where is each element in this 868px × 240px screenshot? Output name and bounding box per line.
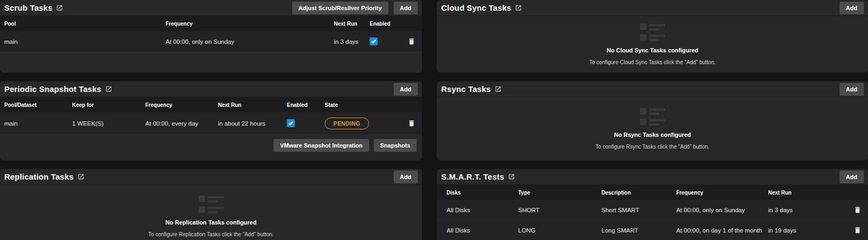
scrub-table-row[interactable]: main At 00:00, only on Sunday in 3 days: [0, 31, 422, 52]
delete-button[interactable]: [853, 204, 863, 215]
rsync-title-link[interactable]: Rsync Tasks: [441, 84, 502, 94]
cell-next-run: in about 22 hours: [218, 120, 287, 127]
periodic-add-button[interactable]: Add: [394, 83, 418, 96]
empty-state-hint: To configure Cloud Sync Tasks click the …: [589, 59, 715, 65]
smart-tests-card: S.M.A.R.T. Tests Add Disks Type Descript…: [437, 169, 868, 240]
cell-frequency: At 00:00, only on Sunday: [166, 38, 334, 45]
column-header-frequency: Frequency: [145, 102, 218, 108]
cell-disks: All Disks: [447, 227, 518, 234]
empty-state-title: No Rsync Tasks configured: [614, 131, 691, 138]
replication-title-link[interactable]: Replication Tasks: [4, 172, 84, 181]
scrub-tasks-header: Scrub Tasks Adjust Scrub/Resilver Priori…: [0, 0, 422, 16]
check-icon: [288, 120, 293, 125]
vmware-snapshot-integration-button[interactable]: VMware Snapshot Integration: [273, 139, 369, 152]
periodic-table-row[interactable]: main 1 WEEK(S) At 00:00, every day in ab…: [0, 112, 422, 135]
cell-frequency: At 00:00, only on Sunday: [676, 207, 768, 213]
trash-icon: [854, 226, 862, 235]
adjust-scrub-priority-button[interactable]: Adjust Scrub/Resilver Priority: [292, 2, 388, 14]
column-header-enabled: Enabled: [287, 102, 325, 108]
state-badge-pending[interactable]: PENDING: [325, 118, 369, 129]
cell-keep-for: 1 WEEK(S): [72, 120, 145, 127]
external-link-icon: [515, 4, 522, 11]
periodic-table-header: Pool/Dataset Keep for Frequency Next Run…: [0, 97, 422, 112]
external-link-icon: [495, 86, 502, 92]
cell-description: Long SMART: [601, 227, 676, 234]
cell-type: SHORT: [518, 207, 601, 213]
smart-table-row[interactable]: All Disks LONG Long SMART At 00:00, on d…: [437, 220, 868, 240]
column-header-pool-dataset: Pool/Dataset: [4, 102, 72, 108]
replication-tasks-card: Replication Tasks Add No Replication Tas…: [0, 169, 422, 240]
column-header-enabled: Enabled: [370, 21, 402, 27]
cloud-sync-add-button[interactable]: Add: [840, 2, 864, 14]
scrub-tasks-actions: Adjust Scrub/Resilver Priority Add: [292, 2, 418, 14]
cloud-sync-tasks-card: Cloud Sync Tasks Add No Cloud Sync Tasks…: [437, 0, 868, 73]
tasks-dashboard: Scrub Tasks Adjust Scrub/Resilver Priori…: [0, 0, 868, 240]
column-header-state: State: [325, 102, 403, 108]
cell-type: LONG: [518, 227, 601, 234]
external-link-icon: [508, 173, 515, 180]
column-header-frequency: Frequency: [676, 190, 768, 196]
trash-icon: [408, 119, 416, 128]
external-link-icon: [105, 86, 112, 92]
periodic-snapshot-header: Periodic Snapshot Tasks Add: [0, 81, 422, 97]
replication-header: Replication Tasks Add: [0, 169, 422, 185]
empty-state-title: No Cloud Sync Tasks configured: [607, 47, 699, 53]
scrub-card-body-filler: [0, 52, 422, 73]
smart-table-row[interactable]: All Disks SHORT Short SMART At 00:00, on…: [437, 200, 868, 220]
external-link-icon: [77, 173, 84, 180]
cloud-sync-title-link[interactable]: Cloud Sync Tasks: [441, 3, 522, 12]
column-header-frequency: Frequency: [166, 21, 334, 27]
cell-frequency: At 00:00, on day 1 of the month: [676, 227, 768, 234]
replication-add-button[interactable]: Add: [394, 171, 418, 183]
snapshots-button[interactable]: Snapshots: [374, 139, 417, 152]
check-icon: [371, 38, 376, 43]
enabled-checkbox[interactable]: [287, 119, 295, 127]
delete-button[interactable]: [853, 224, 863, 236]
cell-description: Short SMART: [601, 207, 676, 213]
column-header-next-run: Next Run: [218, 102, 287, 108]
scrub-tasks-title: Scrub Tasks: [4, 3, 52, 12]
column-header-pool: Pool: [4, 21, 166, 27]
smart-tests-header: S.M.A.R.T. Tests Add: [437, 169, 868, 185]
column-header-next-run: Next Run: [334, 21, 370, 27]
cell-pool-dataset: main: [4, 120, 72, 127]
delete-button[interactable]: [406, 36, 417, 47]
periodic-snapshot-title: Periodic Snapshot Tasks: [4, 84, 101, 94]
column-header-description: Description: [601, 190, 676, 196]
replication-empty-state: No Replication Tasks configured To confi…: [0, 185, 422, 240]
empty-list-icon: [640, 108, 665, 126]
scrub-tasks-card: Scrub Tasks Adjust Scrub/Resilver Priori…: [0, 0, 422, 73]
empty-state-hint: To configure Replication Tasks click the…: [148, 231, 274, 237]
trash-icon: [854, 205, 862, 214]
scrub-tasks-title-link[interactable]: Scrub Tasks: [4, 3, 63, 12]
empty-list-icon: [199, 196, 224, 213]
rsync-title: Rsync Tasks: [441, 84, 491, 94]
cell-next-run: in 3 days: [768, 207, 843, 213]
empty-state-hint: To configure Rsync Tasks click the "Add"…: [596, 144, 709, 150]
empty-state-title: No Replication Tasks configured: [166, 219, 256, 226]
delete-button[interactable]: [406, 118, 417, 129]
smart-add-button[interactable]: Add: [840, 171, 864, 183]
column-header-keep-for: Keep for: [72, 102, 145, 108]
rsync-tasks-card: Rsync Tasks Add No Rsync Tasks configure…: [437, 81, 868, 160]
empty-list-icon: [640, 24, 665, 41]
periodic-card-footer: VMware Snapshot Integration Snapshots: [0, 135, 422, 160]
cell-pool: main: [4, 38, 166, 45]
rsync-empty-state: No Rsync Tasks configured To configure R…: [437, 97, 868, 160]
scrub-table-header: Pool Frequency Next Run Enabled: [0, 16, 422, 31]
external-link-icon: [56, 4, 63, 11]
column-header-type: Type: [518, 190, 601, 196]
rsync-header: Rsync Tasks Add: [437, 81, 868, 97]
trash-icon: [408, 37, 416, 46]
column-header-disks: Disks: [447, 190, 518, 196]
cloud-sync-title: Cloud Sync Tasks: [441, 3, 511, 12]
column-header-next-run: Next Run: [768, 190, 843, 196]
cell-next-run: in 3 days: [334, 38, 370, 45]
cell-disks: All Disks: [447, 207, 518, 213]
scrub-add-button[interactable]: Add: [394, 2, 418, 14]
periodic-snapshot-title-link[interactable]: Periodic Snapshot Tasks: [4, 84, 112, 94]
cell-next-run: in 19 days: [768, 227, 843, 234]
rsync-add-button[interactable]: Add: [840, 83, 864, 96]
smart-tests-title-link[interactable]: S.M.A.R.T. Tests: [441, 172, 515, 181]
enabled-checkbox[interactable]: [370, 37, 378, 45]
